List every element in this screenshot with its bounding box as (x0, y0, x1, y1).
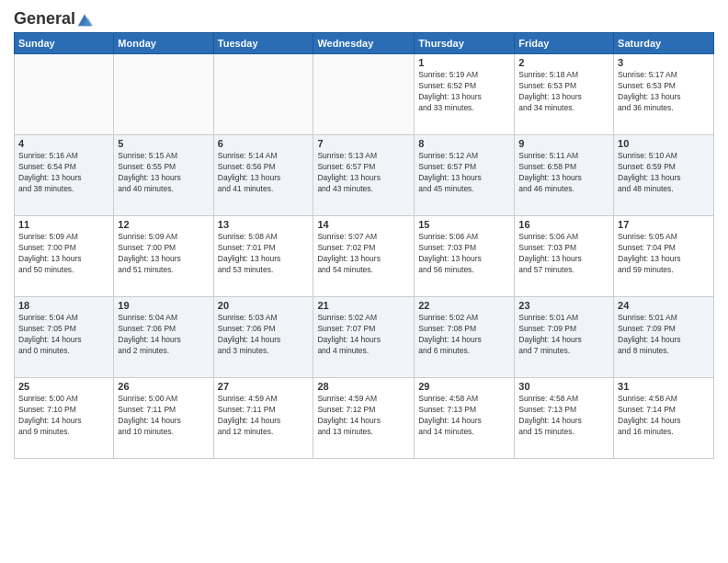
calendar-cell: 7Sunrise: 5:13 AM Sunset: 6:57 PM Daylig… (313, 135, 415, 216)
calendar-cell: 5Sunrise: 5:15 AM Sunset: 6:55 PM Daylig… (114, 135, 213, 216)
day-number: 8 (418, 138, 510, 149)
day-info: Sunrise: 4:58 AM Sunset: 7:13 PM Dayligh… (418, 394, 510, 438)
calendar-week-1: 1Sunrise: 5:19 AM Sunset: 6:52 PM Daylig… (15, 54, 714, 135)
day-info: Sunrise: 4:59 AM Sunset: 7:11 PM Dayligh… (218, 394, 310, 438)
day-info: Sunrise: 5:01 AM Sunset: 7:09 PM Dayligh… (518, 313, 609, 357)
calendar-cell (114, 54, 213, 135)
day-info: Sunrise: 5:04 AM Sunset: 7:05 PM Dayligh… (18, 313, 109, 357)
day-number: 15 (418, 219, 510, 230)
calendar-cell: 19Sunrise: 5:04 AM Sunset: 7:06 PM Dayli… (114, 297, 213, 378)
day-info: Sunrise: 5:18 AM Sunset: 6:53 PM Dayligh… (518, 70, 609, 114)
calendar-week-4: 18Sunrise: 5:04 AM Sunset: 7:05 PM Dayli… (15, 297, 714, 378)
calendar-cell: 15Sunrise: 5:06 AM Sunset: 7:03 PM Dayli… (415, 216, 515, 297)
day-number: 2 (518, 57, 609, 68)
day-info: Sunrise: 5:06 AM Sunset: 7:03 PM Dayligh… (418, 232, 510, 276)
day-info: Sunrise: 5:14 AM Sunset: 6:56 PM Dayligh… (218, 151, 310, 195)
day-number: 18 (18, 300, 109, 311)
day-number: 30 (518, 381, 609, 392)
calendar-cell: 26Sunrise: 5:00 AM Sunset: 7:11 PM Dayli… (114, 378, 213, 459)
calendar-cell: 13Sunrise: 5:08 AM Sunset: 7:01 PM Dayli… (213, 216, 313, 297)
calendar-cell: 23Sunrise: 5:01 AM Sunset: 7:09 PM Dayli… (515, 297, 614, 378)
calendar-cell: 8Sunrise: 5:12 AM Sunset: 6:57 PM Daylig… (415, 135, 515, 216)
day-number: 31 (618, 381, 710, 392)
day-number: 20 (218, 300, 310, 311)
calendar-cell: 31Sunrise: 4:58 AM Sunset: 7:14 PM Dayli… (614, 378, 714, 459)
day-info: Sunrise: 5:00 AM Sunset: 7:11 PM Dayligh… (118, 394, 209, 438)
day-info: Sunrise: 5:11 AM Sunset: 6:58 PM Dayligh… (518, 151, 609, 195)
calendar-cell: 2Sunrise: 5:18 AM Sunset: 6:53 PM Daylig… (515, 54, 614, 135)
day-info: Sunrise: 4:58 AM Sunset: 7:13 PM Dayligh… (518, 394, 609, 438)
day-info: Sunrise: 5:02 AM Sunset: 7:08 PM Dayligh… (418, 313, 510, 357)
calendar-cell (313, 54, 415, 135)
calendar-cell: 17Sunrise: 5:05 AM Sunset: 7:04 PM Dayli… (614, 216, 714, 297)
day-info: Sunrise: 5:07 AM Sunset: 7:02 PM Dayligh… (317, 232, 410, 276)
calendar-cell: 22Sunrise: 5:02 AM Sunset: 7:08 PM Dayli… (415, 297, 515, 378)
day-of-week-wednesday: Wednesday (313, 33, 415, 54)
day-number: 27 (218, 381, 310, 392)
day-number: 3 (618, 57, 710, 68)
day-of-week-monday: Monday (114, 33, 213, 54)
calendar-cell: 1Sunrise: 5:19 AM Sunset: 6:52 PM Daylig… (415, 54, 515, 135)
day-info: Sunrise: 5:12 AM Sunset: 6:57 PM Dayligh… (418, 151, 510, 195)
day-of-week-saturday: Saturday (614, 33, 714, 54)
calendar: SundayMondayTuesdayWednesdayThursdayFrid… (14, 32, 714, 459)
day-number: 16 (518, 219, 609, 230)
calendar-cell: 9Sunrise: 5:11 AM Sunset: 6:58 PM Daylig… (515, 135, 614, 216)
day-number: 7 (317, 138, 410, 149)
calendar-week-2: 4Sunrise: 5:16 AM Sunset: 6:54 PM Daylig… (15, 135, 714, 216)
day-info: Sunrise: 5:15 AM Sunset: 6:55 PM Dayligh… (118, 151, 209, 195)
calendar-cell: 11Sunrise: 5:09 AM Sunset: 7:00 PM Dayli… (15, 216, 114, 297)
calendar-cell: 29Sunrise: 4:58 AM Sunset: 7:13 PM Dayli… (415, 378, 515, 459)
page: General SundayMondayTuesdayWednesdayThur… (0, 0, 728, 563)
day-number: 17 (618, 219, 710, 230)
day-number: 9 (518, 138, 609, 149)
calendar-cell (213, 54, 313, 135)
calendar-week-5: 25Sunrise: 5:00 AM Sunset: 7:10 PM Dayli… (15, 378, 714, 459)
calendar-cell: 25Sunrise: 5:00 AM Sunset: 7:10 PM Dayli… (15, 378, 114, 459)
day-info: Sunrise: 5:02 AM Sunset: 7:07 PM Dayligh… (317, 313, 410, 357)
day-info: Sunrise: 5:08 AM Sunset: 7:01 PM Dayligh… (218, 232, 310, 276)
day-info: Sunrise: 5:09 AM Sunset: 7:00 PM Dayligh… (18, 232, 109, 276)
day-number: 13 (218, 219, 310, 230)
day-number: 19 (118, 300, 209, 311)
day-number: 1 (418, 57, 510, 68)
day-number: 24 (618, 300, 710, 311)
calendar-week-3: 11Sunrise: 5:09 AM Sunset: 7:00 PM Dayli… (15, 216, 714, 297)
day-info: Sunrise: 5:04 AM Sunset: 7:06 PM Dayligh… (118, 313, 209, 357)
calendar-cell: 6Sunrise: 5:14 AM Sunset: 6:56 PM Daylig… (213, 135, 313, 216)
day-number: 25 (18, 381, 109, 392)
day-info: Sunrise: 5:16 AM Sunset: 6:54 PM Dayligh… (18, 151, 109, 195)
day-number: 28 (317, 381, 410, 392)
day-number: 4 (18, 138, 109, 149)
day-info: Sunrise: 5:03 AM Sunset: 7:06 PM Dayligh… (218, 313, 310, 357)
day-of-week-sunday: Sunday (15, 33, 114, 54)
calendar-cell: 30Sunrise: 4:58 AM Sunset: 7:13 PM Dayli… (515, 378, 614, 459)
calendar-cell: 10Sunrise: 5:10 AM Sunset: 6:59 PM Dayli… (614, 135, 714, 216)
calendar-cell: 24Sunrise: 5:01 AM Sunset: 7:09 PM Dayli… (614, 297, 714, 378)
logo-general: General (14, 9, 75, 29)
day-number: 29 (418, 381, 510, 392)
day-number: 12 (118, 219, 209, 230)
calendar-cell: 3Sunrise: 5:17 AM Sunset: 6:53 PM Daylig… (614, 54, 714, 135)
calendar-cell: 28Sunrise: 4:59 AM Sunset: 7:12 PM Dayli… (313, 378, 415, 459)
day-number: 5 (118, 138, 209, 149)
day-number: 6 (218, 138, 310, 149)
day-of-week-thursday: Thursday (415, 33, 515, 54)
logo-icon (76, 11, 93, 28)
day-info: Sunrise: 5:05 AM Sunset: 7:04 PM Dayligh… (618, 232, 710, 276)
day-number: 11 (18, 219, 109, 230)
day-info: Sunrise: 5:09 AM Sunset: 7:00 PM Dayligh… (118, 232, 209, 276)
day-info: Sunrise: 5:17 AM Sunset: 6:53 PM Dayligh… (618, 70, 710, 114)
day-number: 22 (418, 300, 510, 311)
header: General (14, 9, 714, 25)
calendar-cell: 21Sunrise: 5:02 AM Sunset: 7:07 PM Dayli… (313, 297, 415, 378)
day-of-week-tuesday: Tuesday (213, 33, 313, 54)
calendar-cell (15, 54, 114, 135)
calendar-header-row: SundayMondayTuesdayWednesdayThursdayFrid… (15, 33, 714, 54)
day-info: Sunrise: 4:59 AM Sunset: 7:12 PM Dayligh… (317, 394, 410, 438)
calendar-cell: 14Sunrise: 5:07 AM Sunset: 7:02 PM Dayli… (313, 216, 415, 297)
calendar-cell: 20Sunrise: 5:03 AM Sunset: 7:06 PM Dayli… (213, 297, 313, 378)
calendar-cell: 18Sunrise: 5:04 AM Sunset: 7:05 PM Dayli… (15, 297, 114, 378)
day-info: Sunrise: 5:06 AM Sunset: 7:03 PM Dayligh… (518, 232, 609, 276)
calendar-cell: 4Sunrise: 5:16 AM Sunset: 6:54 PM Daylig… (15, 135, 114, 216)
